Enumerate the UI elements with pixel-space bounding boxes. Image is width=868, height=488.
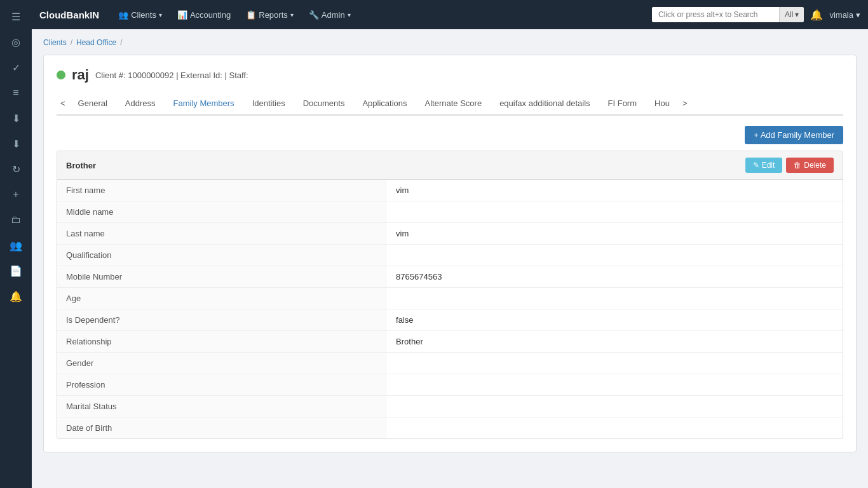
admin-icon: 🔧 xyxy=(309,10,319,20)
client-header: raj Client #: 1000000092 | External Id: … xyxy=(57,67,843,83)
breadcrumb-head-office[interactable]: Head Office xyxy=(76,38,116,47)
sidebar-dashboard-icon[interactable]: ◎ xyxy=(4,30,27,53)
table-row: Is Dependent? false xyxy=(57,309,843,331)
action-buttons: ✎ Edit 🗑 Delete xyxy=(745,158,834,173)
client-meta: Client #: 1000000092 | External Id: | St… xyxy=(95,71,248,80)
tab-hou[interactable]: Hou xyxy=(646,92,679,116)
main-area: CloudBankIN 👥 Clients ▾ 📊 Accounting 📋 R… xyxy=(32,0,868,488)
tab-equifax[interactable]: equifax additional details xyxy=(491,92,599,116)
field-value: vim xyxy=(387,223,843,245)
edit-button[interactable]: ✎ Edit xyxy=(745,158,783,173)
field-value: vim xyxy=(387,180,843,201)
field-label: Age xyxy=(57,288,387,309)
sidebar-download1-icon[interactable]: ⬇ xyxy=(4,107,27,130)
sidebar-download2-icon[interactable]: ⬇ xyxy=(4,132,27,155)
field-value xyxy=(387,417,843,439)
nav-reports[interactable]: 📋 Reports ▾ xyxy=(240,6,300,24)
field-label: Gender xyxy=(57,353,387,374)
field-value: false xyxy=(387,309,843,331)
icon-sidebar: ☰ ◎ ✓ ≡ ⬇ ⬇ ↻ + 🗀 👥 📄 🔔 xyxy=(0,0,32,488)
table-row: Mobile Number 8765674563 xyxy=(57,266,843,288)
tab-identities[interactable]: Identities xyxy=(243,92,294,116)
trash-icon: 🗑 xyxy=(794,161,801,170)
table-row: Middle name xyxy=(57,201,843,223)
edit-icon: ✎ xyxy=(753,161,759,170)
field-value xyxy=(387,201,843,223)
sidebar-group-icon[interactable]: 👥 xyxy=(4,234,27,257)
table-row: Age xyxy=(57,288,843,309)
brand-logo[interactable]: CloudBankIN xyxy=(39,10,99,20)
status-dot xyxy=(57,71,65,79)
field-label: First name xyxy=(57,180,387,201)
breadcrumb-sep1: / xyxy=(71,38,72,47)
username-label: vimala xyxy=(829,10,853,20)
tab-applications[interactable]: Applications xyxy=(353,92,416,116)
tabs-bar: < General Address Family Members Identit… xyxy=(57,92,843,116)
table-row: Qualification xyxy=(57,245,843,266)
table-row: Date of Birth xyxy=(57,417,843,439)
sidebar-add-icon[interactable]: + xyxy=(4,183,27,206)
tab-address[interactable]: Address xyxy=(116,92,165,116)
table-row: Profession xyxy=(57,374,843,396)
tab-content-family: + Add Family Member Brother ✎ Edit 🗑 xyxy=(57,116,843,452)
table-row: Marital Status xyxy=(57,396,843,417)
tab-alternate-score[interactable]: Alternate Score xyxy=(416,92,491,116)
table-row: Last name vim xyxy=(57,223,843,245)
sidebar-bell-icon[interactable]: 🔔 xyxy=(4,285,27,308)
nav-accounting[interactable]: 📊 Accounting xyxy=(171,6,237,24)
field-label: Mobile Number xyxy=(57,266,387,288)
clients-caret: ▾ xyxy=(159,11,162,18)
relation-label: Brother xyxy=(66,161,96,170)
field-label: Qualification xyxy=(57,245,387,266)
sidebar-menu-icon[interactable]: ☰ xyxy=(4,5,27,28)
sidebar-list-icon[interactable]: ≡ xyxy=(4,81,27,104)
family-member-section: Brother ✎ Edit 🗑 Delete xyxy=(57,151,843,439)
client-name: raj xyxy=(72,67,89,83)
field-value xyxy=(387,288,843,309)
sidebar-check-icon[interactable]: ✓ xyxy=(4,56,27,79)
dropdown-caret-icon: ▾ xyxy=(795,10,799,19)
field-value: Brother xyxy=(387,331,843,353)
table-row: Relationship Brother xyxy=(57,331,843,353)
search-dropdown[interactable]: All ▾ xyxy=(779,7,804,22)
tab-family-members[interactable]: Family Members xyxy=(165,92,243,116)
family-section-header: Brother ✎ Edit 🗑 Delete xyxy=(57,151,843,180)
tab-documents[interactable]: Documents xyxy=(294,92,354,116)
field-value xyxy=(387,396,843,417)
breadcrumb-sep2: / xyxy=(120,38,122,47)
notification-bell-icon[interactable]: 🔔 xyxy=(810,9,823,21)
sidebar-refresh-icon[interactable]: ↻ xyxy=(4,158,27,180)
add-family-member-button[interactable]: + Add Family Member xyxy=(745,126,843,144)
tab-scroll-left[interactable]: < xyxy=(57,93,69,113)
field-value xyxy=(387,374,843,396)
user-caret-icon: ▾ xyxy=(856,10,860,20)
reports-caret: ▾ xyxy=(290,11,294,18)
field-value xyxy=(387,245,843,266)
navbar: CloudBankIN 👥 Clients ▾ 📊 Accounting 📋 R… xyxy=(32,0,868,29)
user-menu[interactable]: vimala ▾ xyxy=(829,10,860,20)
field-value xyxy=(387,353,843,374)
sidebar-folder-icon[interactable]: 🗀 xyxy=(4,208,27,231)
field-label: Date of Birth xyxy=(57,417,387,439)
field-label: Relationship xyxy=(57,331,387,353)
tab-general[interactable]: General xyxy=(69,92,116,116)
breadcrumb-clients[interactable]: Clients xyxy=(43,38,67,47)
action-bar: + Add Family Member xyxy=(57,126,843,144)
field-label: Is Dependent? xyxy=(57,309,387,331)
field-label: Middle name xyxy=(57,201,387,223)
breadcrumb: Clients / Head Office / xyxy=(43,38,857,47)
table-row: Gender xyxy=(57,353,843,374)
navbar-right: All ▾ 🔔 vimala ▾ xyxy=(652,7,860,22)
table-row: First name vim xyxy=(57,180,843,201)
tab-fi-form[interactable]: FI Form xyxy=(599,92,646,116)
nav-clients[interactable]: 👥 Clients ▾ xyxy=(112,6,168,24)
tab-scroll-right[interactable]: > xyxy=(679,93,691,113)
field-value: 8765674563 xyxy=(387,266,843,288)
nav-admin[interactable]: 🔧 Admin ▾ xyxy=(302,6,357,24)
delete-button[interactable]: 🗑 Delete xyxy=(786,158,834,173)
search-input[interactable] xyxy=(652,7,779,22)
client-card: raj Client #: 1000000092 | External Id: … xyxy=(43,55,857,452)
field-label: Profession xyxy=(57,374,387,396)
clients-icon: 👥 xyxy=(118,10,128,20)
sidebar-document-icon[interactable]: 📄 xyxy=(4,259,27,282)
